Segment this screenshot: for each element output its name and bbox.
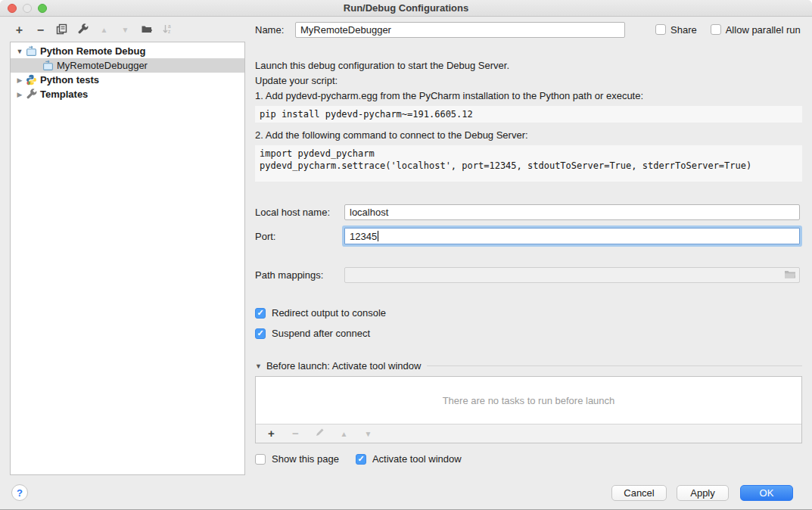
triangle-up-icon: ▲	[101, 26, 108, 34]
redirect-output-label: Redirect output to console	[272, 307, 386, 319]
code-line-import: import pydevd_pycharm	[260, 148, 375, 159]
path-mappings-row: Path mappings:	[255, 267, 802, 283]
remote-debug-config-icon	[42, 60, 54, 71]
add-configuration-button[interactable]: +	[13, 23, 26, 36]
triangle-up-icon: ▲	[341, 430, 348, 438]
allow-parallel-run-checkbox-group: Allow parallel run	[711, 24, 801, 36]
share-checkbox[interactable]	[655, 24, 666, 35]
edit-configuration-button[interactable]	[76, 23, 89, 36]
remote-debug-config-icon	[26, 45, 37, 57]
move-up-button[interactable]: ▲	[98, 23, 110, 36]
plus-icon: +	[16, 24, 23, 36]
run-debug-configurations-dialog: Run/Debug Configurations + − ▲ ▼	[0, 0, 812, 510]
apply-button[interactable]: Apply	[677, 485, 729, 501]
empty-tasks-message: There are no tasks to run before launch	[256, 377, 801, 424]
step1-text: 1. Add pydevd-pycharm.egg from the PyCha…	[255, 89, 802, 102]
local-host-row: Local host name:	[255, 204, 802, 220]
settrace-code-block: import pydevd_pycharm pydevd_pycharm.set…	[255, 145, 802, 182]
redirect-output-checkbox[interactable]	[255, 308, 266, 319]
step2-text: 2. Add the following command to connect …	[255, 129, 802, 141]
port-row: Port: 12345	[255, 228, 802, 244]
minus-icon: −	[292, 428, 299, 439]
name-input[interactable]	[295, 22, 625, 38]
folder-icon[interactable]	[784, 269, 796, 281]
port-value: 12345	[350, 231, 377, 242]
share-checkbox-group: Share	[655, 24, 697, 36]
text-caret	[378, 231, 378, 241]
titlebar: Run/Debug Configurations	[0, 0, 812, 17]
local-host-label: Local host name:	[255, 207, 344, 218]
before-launch-tasks-panel: There are no tasks to run before launch …	[255, 376, 802, 443]
configurations-toolbar: + − ▲ ▼ az	[13, 23, 174, 36]
path-mappings-label: Path mappings:	[255, 269, 344, 281]
tree-item-python-tests[interactable]: ▶ Python tests	[11, 73, 244, 87]
chevron-collapsed-icon[interactable]: ▶	[15, 76, 24, 84]
suspend-after-connect-checkbox[interactable]	[255, 328, 266, 339]
tree-item-label: MyRemoteDebugger	[57, 60, 148, 71]
sort-alphabetically-button[interactable]: az	[161, 23, 174, 36]
tree-item-label: Templates	[40, 89, 88, 100]
minus-icon: −	[37, 24, 44, 36]
allow-parallel-run-label: Allow parallel run	[726, 24, 801, 36]
show-this-page-checkbox[interactable]	[255, 454, 266, 465]
tasks-toolbar: + − ▲ ▼	[256, 424, 801, 443]
remove-task-button[interactable]: −	[289, 428, 302, 440]
sort-az-icon: az	[162, 23, 173, 37]
before-launch-header[interactable]: ▼ Before launch: Activate tool window	[255, 360, 802, 372]
triangle-down-icon: ▼	[122, 26, 129, 34]
page-options-row: Show this page Activate tool window	[255, 453, 802, 465]
configurations-tree: ▼ Python Remote Debug MyRemoteDebugger ▶…	[10, 42, 245, 475]
question-mark-icon: ?	[17, 487, 23, 499]
move-task-up-button[interactable]: ▲	[338, 428, 350, 440]
chevron-collapsed-icon[interactable]: ▶	[15, 91, 24, 98]
local-host-input[interactable]	[344, 204, 800, 220]
configuration-editor: Name: Share Allow parallel run Launch th…	[255, 21, 802, 465]
wrench-icon	[77, 23, 89, 37]
disclosure-triangle-icon[interactable]: ▼	[255, 362, 262, 370]
pip-install-command: pip install pydevd-pycharm~=191.6605.12	[255, 106, 802, 123]
edit-task-button[interactable]	[313, 428, 326, 440]
suspend-after-connect-label: Suspend after connect	[272, 328, 370, 339]
new-folder-icon	[141, 23, 153, 37]
wrench-icon	[26, 89, 37, 100]
tree-item-myremotedebugger[interactable]: MyRemoteDebugger	[11, 58, 244, 73]
triangle-down-icon: ▼	[365, 430, 372, 438]
window-title: Run/Debug Configurations	[0, 2, 812, 14]
name-row: Name: Share Allow parallel run	[255, 21, 802, 38]
copy-icon	[56, 23, 67, 37]
port-label: Port:	[255, 231, 344, 242]
header-rule	[427, 365, 802, 366]
new-folder-button[interactable]	[140, 23, 153, 36]
tree-item-python-remote-debug[interactable]: ▼ Python Remote Debug	[11, 44, 244, 58]
activate-tool-window-label: Activate tool window	[372, 453, 462, 465]
svg-text:z: z	[168, 29, 170, 34]
copy-configuration-button[interactable]	[55, 23, 68, 36]
name-label: Name:	[255, 24, 295, 36]
intro-text: Launch this debug configuration to start…	[255, 59, 802, 72]
activate-tool-window-checkbox[interactable]	[356, 454, 366, 465]
cancel-button[interactable]: Cancel	[611, 485, 667, 501]
help-button[interactable]: ?	[11, 484, 28, 501]
remove-configuration-button[interactable]: −	[34, 23, 47, 36]
allow-parallel-run-checkbox[interactable]	[711, 24, 721, 35]
pencil-icon	[315, 428, 325, 440]
python-icon	[26, 74, 37, 86]
plus-icon: +	[268, 428, 275, 439]
move-task-down-button[interactable]: ▼	[362, 428, 375, 440]
ok-button[interactable]: OK	[740, 485, 793, 501]
before-launch-title: Before launch: Activate tool window	[266, 360, 422, 372]
tree-item-label: Python Remote Debug	[40, 45, 145, 57]
redirect-output-row: Redirect output to console	[255, 307, 802, 319]
port-input[interactable]: 12345	[344, 228, 800, 244]
chevron-expanded-icon[interactable]: ▼	[15, 48, 24, 55]
add-task-button[interactable]: +	[265, 428, 278, 440]
show-this-page-label: Show this page	[272, 453, 339, 465]
tree-item-templates[interactable]: ▶ Templates	[11, 87, 244, 101]
path-mappings-input[interactable]	[344, 267, 800, 283]
code-line-settrace: pydevd_pycharm.settrace('localhost', por…	[260, 160, 751, 171]
move-down-button[interactable]: ▼	[119, 23, 132, 36]
suspend-after-connect-row: Suspend after connect	[255, 328, 802, 339]
update-script-text: Update your script:	[255, 74, 802, 87]
share-label: Share	[670, 24, 697, 36]
svg-text:a: a	[168, 23, 171, 29]
